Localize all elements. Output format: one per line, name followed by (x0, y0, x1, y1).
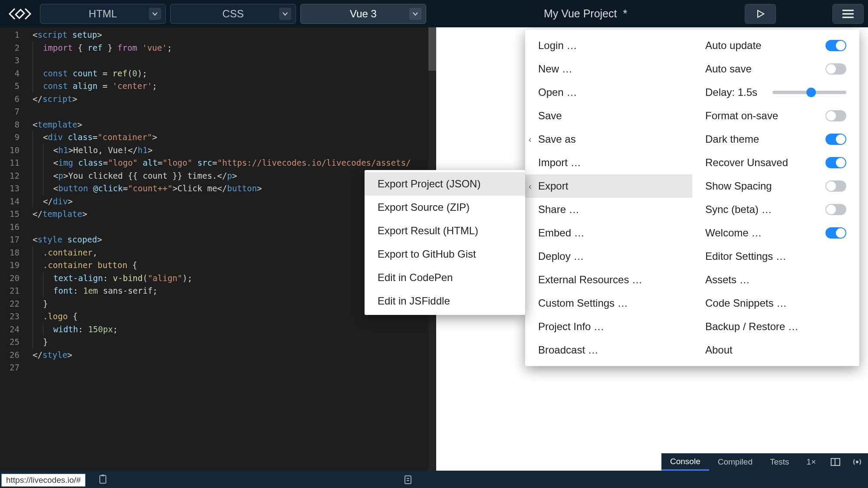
top-bar: HTMLCSSVue 3 My Vue Project * (0, 0, 868, 27)
svg-rect-5 (831, 459, 835, 465)
menu-item-label: Deploy … (538, 250, 584, 262)
menu-item-label: Custom Settings … (538, 297, 628, 309)
menu-item-label: Save as (538, 133, 576, 145)
menu-item-label: Export (538, 180, 568, 192)
main-menu: Login …New …Open …Save‹Save asImport …‹E… (525, 29, 859, 366)
menu-item-label: Backup / Restore … (705, 321, 799, 333)
status-bar: https://livecodes.io/# (0, 471, 868, 488)
menu-item-save-as[interactable]: ‹Save as (525, 128, 692, 151)
export-item-edit-in-jsfiddle[interactable]: Edit in JSFiddle (365, 289, 525, 313)
menu-item-project-info[interactable]: Project Info … (525, 315, 692, 338)
preview-tab-1-[interactable]: 1× (798, 453, 825, 471)
menu-item-open[interactable]: Open … (525, 81, 692, 104)
chevron-down-icon[interactable] (279, 8, 291, 20)
menu-item-code-snippets[interactable]: Code Snippets … (692, 291, 859, 315)
line-gutter: 1234567891011121314151617181920212223242… (0, 27, 24, 471)
menu-item-label: New … (538, 63, 572, 75)
toggle-switch[interactable] (825, 180, 846, 192)
export-submenu: Export Project (JSON)Export Source (ZIP)… (365, 170, 525, 315)
menu-item-recover-unsaved[interactable]: Recover Unsaved (692, 151, 859, 174)
toggle-switch[interactable] (825, 204, 846, 215)
menu-item-label: Auto update (705, 39, 761, 52)
export-item-export-source-zip[interactable]: Export Source (ZIP) (365, 196, 525, 219)
menu-item-import[interactable]: Import … (525, 151, 692, 174)
menu-item-label: Embed … (538, 227, 585, 239)
menu-item-dark-theme[interactable]: Dark theme (692, 128, 859, 151)
editor-tab-html[interactable]: HTML (40, 4, 166, 24)
menu-item-new[interactable]: New … (525, 57, 692, 81)
run-button[interactable] (745, 4, 776, 24)
export-item-export-result-html[interactable]: Export Result (HTML) (365, 219, 525, 242)
export-item-edit-in-codepen[interactable]: Edit in CodePen (365, 266, 525, 289)
delay-slider[interactable] (773, 91, 846, 94)
layout-icon[interactable] (825, 453, 846, 471)
chevron-left-icon: ‹ (529, 181, 532, 191)
toggle-switch[interactable] (825, 40, 846, 51)
clipboard-icon[interactable] (99, 475, 107, 484)
toggle-switch[interactable] (825, 110, 846, 121)
menu-item-welcome[interactable]: Welcome … (692, 221, 859, 245)
menu-item-label: Delay: 1.5s (705, 86, 757, 98)
toggle-switch[interactable] (825, 227, 846, 239)
menu-item-broadcast[interactable]: Broadcast … (525, 338, 692, 362)
hamburger-menu-button[interactable] (832, 4, 864, 24)
menu-item-label: Login … (538, 39, 577, 52)
svg-rect-0 (16, 10, 24, 18)
menu-item-delay-1-5s[interactable]: Delay: 1.5s (692, 81, 859, 104)
paste-icon[interactable] (404, 475, 412, 485)
menu-item-label: Import … (538, 157, 581, 169)
preview-tab-tests[interactable]: Tests (761, 453, 798, 471)
menu-item-label: Broadcast … (538, 344, 598, 356)
menu-item-label: Auto save (705, 63, 752, 75)
menu-item-label: Sync (beta) … (705, 203, 772, 216)
export-item-export-to-github-gist[interactable]: Export to GitHub Gist (365, 242, 525, 266)
menu-item-login[interactable]: Login … (525, 34, 692, 57)
toggle-switch[interactable] (825, 157, 846, 168)
menu-item-label: Welcome … (705, 227, 762, 239)
menu-item-backup-restore[interactable]: Backup / Restore … (692, 315, 859, 338)
menu-item-export[interactable]: ‹Export (525, 174, 692, 198)
project-title[interactable]: My Vue Project * (431, 7, 740, 20)
menu-item-save[interactable]: Save (525, 104, 692, 128)
menu-item-label: Format on-save (705, 110, 778, 122)
menu-item-label: External Resources … (538, 274, 642, 286)
export-item-export-project-json[interactable]: Export Project (JSON) (365, 172, 525, 196)
menu-item-auto-update[interactable]: Auto update (692, 34, 859, 57)
menu-item-custom-settings[interactable]: Custom Settings … (525, 291, 692, 315)
menu-item-embed[interactable]: Embed … (525, 221, 692, 245)
menu-item-about[interactable]: About (692, 338, 859, 362)
menu-item-label: Save (538, 110, 562, 122)
preview-tabs: ConsoleCompiledTests1× (661, 453, 868, 471)
menu-item-label: Open … (538, 86, 577, 98)
svg-point-6 (856, 461, 858, 463)
menu-item-sync-beta[interactable]: Sync (beta) … (692, 198, 859, 221)
toggle-switch[interactable] (825, 134, 846, 145)
menu-item-label: Project Info … (538, 321, 604, 333)
broadcast-icon[interactable] (846, 453, 868, 471)
menu-item-format-on-save[interactable]: Format on-save (692, 104, 859, 128)
menu-item-auto-save[interactable]: Auto save (692, 57, 859, 81)
menu-item-external-resources[interactable]: External Resources … (525, 268, 692, 291)
menu-item-label: Recover Unsaved (705, 157, 788, 169)
preview-tab-compiled[interactable]: Compiled (709, 453, 761, 471)
chevron-down-icon[interactable] (149, 8, 161, 20)
preview-tab-console[interactable]: Console (661, 453, 709, 471)
scrollbar-thumb[interactable] (428, 27, 436, 71)
menu-item-share[interactable]: Share … (525, 198, 692, 221)
svg-rect-12 (100, 475, 106, 483)
app-logo[interactable] (4, 3, 36, 24)
menu-item-label: Editor Settings … (705, 250, 786, 262)
toggle-switch[interactable] (825, 63, 846, 75)
menu-item-deploy[interactable]: Deploy … (525, 245, 692, 268)
editor-tab-vue-3[interactable]: Vue 3 (300, 4, 426, 24)
menu-item-editor-settings[interactable]: Editor Settings … (692, 245, 859, 268)
menu-item-label: Show Spacing (705, 180, 772, 192)
menu-item-label: Dark theme (705, 133, 759, 145)
menu-item-assets[interactable]: Assets … (692, 268, 859, 291)
menu-item-show-spacing[interactable]: Show Spacing (692, 174, 859, 198)
menu-item-label: Code Snippets … (705, 297, 787, 309)
svg-rect-14 (405, 476, 411, 484)
menu-item-label: About (705, 344, 733, 356)
editor-tab-css[interactable]: CSS (170, 4, 296, 24)
chevron-down-icon[interactable] (409, 8, 421, 20)
